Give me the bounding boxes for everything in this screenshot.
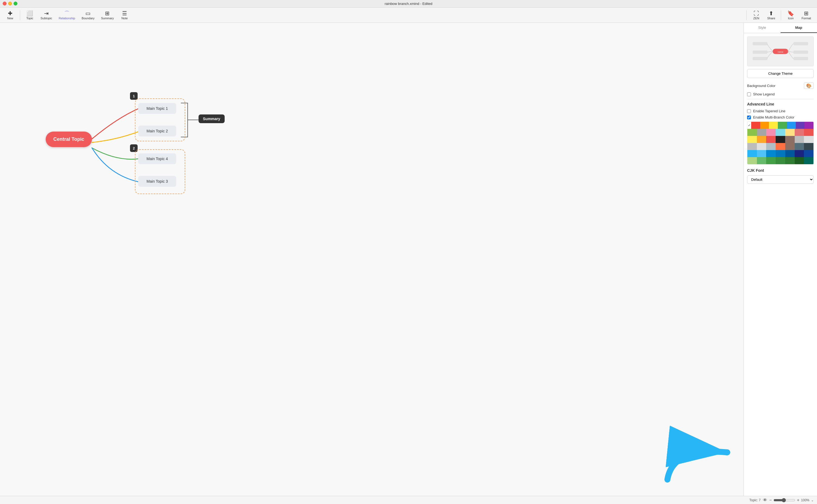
summary-icon: ⊞ bbox=[105, 11, 110, 16]
summary-button[interactable]: ⊞ Summary bbox=[98, 10, 117, 21]
topic-button[interactable]: ⬜ Topic bbox=[22, 10, 37, 21]
note-button[interactable]: ☰ Note bbox=[117, 10, 132, 21]
maximize-button[interactable] bbox=[14, 2, 17, 5]
topic-main-4[interactable]: Main Topic 4 bbox=[138, 153, 176, 164]
badge-1: 1 bbox=[130, 92, 138, 100]
subtopic-icon: ⇥ bbox=[44, 11, 49, 16]
new-label: New bbox=[7, 17, 13, 20]
boundary-button[interactable]: ▭ Boundary bbox=[78, 10, 98, 21]
topic-main-1[interactable]: Main Topic 1 bbox=[138, 103, 176, 114]
minimize-button[interactable] bbox=[8, 2, 12, 5]
window-title: rainbow branch.xmind - Edited bbox=[384, 2, 408, 6]
mind-map-canvas: Central Topic 1 Main Topic 1 Main Topic … bbox=[0, 23, 408, 252]
close-button[interactable] bbox=[3, 2, 7, 5]
note-icon: ☰ bbox=[122, 11, 127, 16]
canvas-area[interactable]: Central Topic 1 Main Topic 1 Main Topic … bbox=[0, 23, 408, 252]
topic-main-3[interactable]: Main Topic 3 bbox=[138, 176, 176, 187]
boundary-icon: ▭ bbox=[85, 11, 91, 16]
topic-icon: ⬜ bbox=[26, 11, 33, 16]
boundary-label: Boundary bbox=[82, 17, 94, 20]
topic-main-2[interactable]: Main Topic 2 bbox=[138, 126, 176, 136]
subtopic-label: Subtopic bbox=[41, 17, 52, 20]
summary-label[interactable]: Summary bbox=[198, 114, 225, 123]
central-topic[interactable]: Central Topic bbox=[46, 132, 92, 147]
topic-label: Topic bbox=[26, 17, 33, 20]
new-button[interactable]: ✚ New bbox=[3, 10, 18, 21]
plus-icon: ✚ bbox=[8, 11, 13, 16]
traffic-lights bbox=[3, 2, 17, 5]
relationship-button[interactable]: ⌒ Relationship bbox=[55, 10, 79, 21]
note-label: Note bbox=[121, 17, 128, 20]
relationship-label: Relationship bbox=[59, 17, 75, 20]
subtopic-button[interactable]: ⇥ Subtopic bbox=[37, 10, 55, 21]
summary-label: Summary bbox=[101, 17, 114, 20]
toolbar: ✚ New ⬜ Topic ⇥ Subtopic ⌒ Relationship … bbox=[0, 8, 408, 23]
title-bar: rainbow branch.xmind - Edited bbox=[0, 0, 408, 8]
relationship-icon: ⌒ bbox=[64, 11, 70, 16]
